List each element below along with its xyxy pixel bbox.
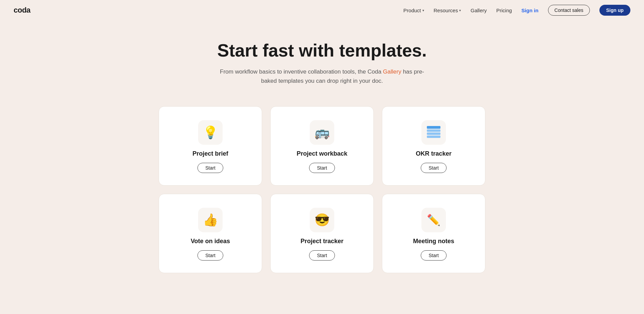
- svg-rect-1: [427, 129, 440, 132]
- card-icon-project-workback: 🚌: [310, 120, 334, 145]
- card-project-brief: 💡Project briefStart: [159, 106, 262, 186]
- card-project-tracker: 😎Project trackerStart: [270, 194, 374, 273]
- card-icon-project-brief: 💡: [198, 120, 223, 145]
- start-button-vote-on-ideas[interactable]: Start: [197, 250, 223, 261]
- card-icon-project-tracker: 😎: [310, 208, 334, 232]
- start-button-project-tracker[interactable]: Start: [309, 250, 335, 261]
- svg-rect-2: [427, 132, 440, 135]
- hero-subtitle: From workflow basics to inventive collab…: [220, 67, 424, 85]
- card-vote-on-ideas: 👍Vote on ideasStart: [159, 194, 262, 273]
- card-title-okr-tracker: OKR tracker: [416, 150, 451, 157]
- card-title-meeting-notes: Meeting notes: [413, 238, 454, 245]
- nav-gallery[interactable]: Gallery: [470, 7, 487, 13]
- card-meeting-notes: ✏️Meeting notesStart: [382, 194, 485, 273]
- svg-rect-0: [427, 126, 440, 129]
- card-icon-meeting-notes: ✏️: [421, 208, 446, 232]
- gallery-link[interactable]: Gallery: [383, 68, 401, 75]
- card-title-project-tracker: Project tracker: [301, 238, 343, 245]
- start-button-meeting-notes[interactable]: Start: [421, 250, 447, 261]
- card-title-project-brief: Project brief: [192, 150, 228, 157]
- nav-resources[interactable]: Resources ▾: [434, 7, 461, 13]
- signup-button[interactable]: Sign up: [599, 5, 630, 16]
- nav-pricing[interactable]: Pricing: [496, 7, 512, 13]
- signin-link[interactable]: Sign in: [521, 7, 538, 13]
- emoji-icon-vote-on-ideas: 👍: [203, 213, 218, 227]
- logo[interactable]: coda: [14, 6, 30, 15]
- contact-sales-button[interactable]: Contact sales: [548, 5, 590, 16]
- start-button-okr-tracker[interactable]: Start: [421, 163, 447, 173]
- hero-title: Start fast with templates.: [7, 41, 637, 60]
- nav-links: Product ▾ Resources ▾ Gallery Pricing Si…: [403, 5, 630, 16]
- start-button-project-workback[interactable]: Start: [309, 163, 335, 173]
- card-project-workback: 🚌Project workbackStart: [270, 106, 374, 186]
- emoji-icon-project-brief: 💡: [203, 125, 218, 140]
- chevron-down-icon: ▾: [422, 9, 424, 12]
- start-button-project-brief[interactable]: Start: [197, 163, 223, 173]
- card-okr-tracker: OKR trackerStart: [382, 106, 485, 186]
- card-title-vote-on-ideas: Vote on ideas: [191, 238, 230, 245]
- emoji-icon-project-tracker: 😎: [315, 213, 330, 227]
- okr-icon: [427, 126, 440, 139]
- emoji-icon-project-workback: 🚌: [315, 125, 330, 140]
- hero-section: Start fast with templates. From workflow…: [0, 20, 644, 103]
- card-icon-vote-on-ideas: 👍: [198, 208, 223, 232]
- card-icon-okr-tracker: [421, 120, 446, 145]
- hero-subtitle-before: From workflow basics to inventive collab…: [220, 68, 383, 75]
- navbar: coda Product ▾ Resources ▾ Gallery Prici…: [0, 0, 644, 20]
- card-title-project-workback: Project workback: [296, 150, 347, 157]
- chevron-down-icon: ▾: [459, 9, 461, 12]
- nav-product[interactable]: Product ▾: [403, 7, 424, 13]
- pen-icon: ✏️: [427, 214, 440, 226]
- cards-grid: 💡Project briefStart🚌Project workbackStar…: [152, 103, 492, 294]
- svg-rect-3: [427, 136, 440, 138]
